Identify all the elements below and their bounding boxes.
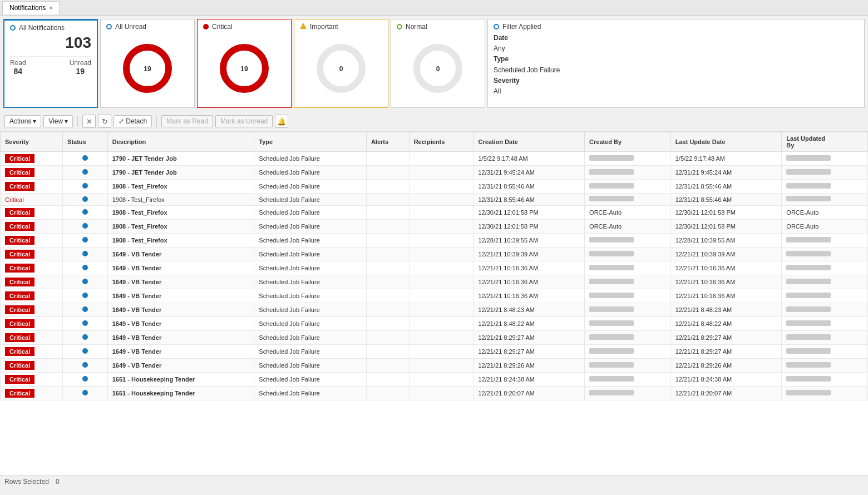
col-status[interactable]: Status — [63, 132, 108, 152]
table-row[interactable]: Critical1651 - Housekeeping TenderSchedu… — [1, 373, 868, 387]
cell-recipients — [409, 345, 474, 359]
cell-status — [63, 220, 108, 234]
table-row[interactable]: Critical1649 - VB TenderScheduled Job Fa… — [1, 331, 868, 345]
card-all-unread[interactable]: All Unread 19 — [100, 19, 195, 108]
card-all-notifications[interactable]: All Notifications 103 Read 84 Unread 19 — [3, 19, 98, 108]
cell-type: Scheduled Job Failure — [254, 345, 367, 359]
table-header-row: Severity Status Description Type Alerts … — [1, 132, 868, 152]
cell-creation-date: 1/5/22 9:17:48 AM — [474, 152, 585, 166]
table-row[interactable]: Critical1649 - VB TenderScheduled Job Fa… — [1, 289, 868, 303]
cell-creation-date: 12/30/21 12:01:58 PM — [474, 220, 585, 234]
col-alerts[interactable]: Alerts — [366, 132, 409, 152]
cell-status — [63, 180, 108, 194]
cell-status — [63, 206, 108, 220]
cell-created-by: ████████ — [585, 248, 671, 261]
close-icon[interactable]: ✕ — [82, 115, 96, 128]
cell-recipients — [409, 234, 474, 248]
cell-status — [63, 152, 108, 166]
cell-created-by: ████████ — [585, 194, 671, 206]
cell-created-by: ████████ — [585, 331, 671, 345]
filter-severity-value: All — [494, 87, 501, 95]
refresh-icon[interactable]: ↻ — [98, 115, 111, 128]
cell-creation-date: 12/21/21 8:48:22 AM — [474, 317, 585, 331]
cell-recipients — [409, 194, 474, 206]
table-row[interactable]: Critical1908 - Test_FirefoxScheduled Job… — [1, 194, 868, 206]
cell-type: Scheduled Job Failure — [254, 152, 367, 166]
cell-description: 1651 - Housekeeping Tender — [107, 387, 254, 400]
filter-severity-label: Severity — [494, 77, 520, 85]
cell-severity: Critical — [1, 166, 63, 180]
detach-button[interactable]: ⤢ Detach — [114, 115, 152, 127]
table-row[interactable]: Critical1649 - VB TenderScheduled Job Fa… — [1, 261, 868, 275]
table-row[interactable]: Critical1649 - VB TenderScheduled Job Fa… — [1, 345, 868, 359]
table-row[interactable]: Critical1908 - Test_FirefoxScheduled Job… — [1, 206, 868, 220]
col-creation-date[interactable]: Creation Date — [474, 132, 585, 152]
table-row[interactable]: Critical1649 - VB TenderScheduled Job Fa… — [1, 275, 868, 289]
view-button[interactable]: View ▾ — [43, 115, 73, 127]
cell-severity: Critical — [1, 373, 63, 387]
cell-creation-date: 12/30/21 12:01:58 PM — [474, 206, 585, 220]
cell-last-update-date: 12/21/21 10:16:36 AM — [670, 275, 782, 289]
col-recipients[interactable]: Recipients — [409, 132, 474, 152]
col-created-by[interactable]: Created By — [585, 132, 671, 152]
cell-created-by: ████████ — [585, 303, 671, 317]
table-row[interactable]: Critical1649 - VB TenderScheduled Job Fa… — [1, 359, 868, 373]
col-last-update-date[interactable]: Last Update Date — [670, 132, 782, 152]
cell-last-update-date: 12/21/21 8:48:22 AM — [670, 317, 782, 331]
cell-last-update-date: 12/28/21 10:39:55 AM — [670, 234, 782, 248]
cell-description: 1908 - Test_Firefox — [107, 206, 254, 220]
normal-title: Normal — [406, 23, 427, 31]
table-row[interactable]: Critical1790 - JET Tender JobScheduled J… — [1, 152, 868, 166]
unread-dot — [82, 293, 88, 298]
table-row[interactable]: Critical1908 - Test_FirefoxScheduled Job… — [1, 180, 868, 194]
cell-severity: Critical — [1, 317, 63, 331]
card-normal[interactable]: Normal 0 — [391, 19, 485, 108]
mark-read-button[interactable]: Mark as Read — [161, 115, 213, 127]
cell-type: Scheduled Job Failure — [254, 220, 367, 234]
cell-last-updated-by: ORCE-Auto — [782, 206, 868, 220]
cell-status — [63, 317, 108, 331]
cell-last-update-date: 12/21/21 8:29:26 AM — [670, 359, 782, 373]
cell-last-update-date: 12/21/21 10:39:39 AM — [670, 248, 782, 261]
cell-last-update-date: 12/21/21 8:29:27 AM — [670, 331, 782, 345]
mark-read-label: Mark as Read — [166, 117, 208, 125]
unread-dot — [82, 279, 88, 284]
cell-type: Scheduled Job Failure — [254, 317, 367, 331]
toolbar-separator-1 — [77, 116, 78, 127]
all-notifications-title: All Notifications — [19, 24, 65, 32]
cell-last-updated-by: ████████ — [782, 359, 868, 373]
table-row[interactable]: Critical1649 - VB TenderScheduled Job Fa… — [1, 303, 868, 317]
table-row[interactable]: Critical1649 - VB TenderScheduled Job Fa… — [1, 317, 868, 331]
cell-last-updated-by: ████████ — [782, 234, 868, 248]
actions-button[interactable]: Actions ▾ — [4, 115, 41, 127]
all-notifications-count: 103 — [10, 34, 91, 52]
card-filter-applied[interactable]: Filter Applied Date Any Type Scheduled J… — [487, 19, 865, 108]
bell-icon[interactable]: 🔔 — [275, 115, 288, 128]
cell-type: Scheduled Job Failure — [254, 303, 367, 317]
col-type[interactable]: Type — [254, 132, 367, 152]
table-row[interactable]: Critical1908 - Test_FirefoxScheduled Job… — [1, 220, 868, 234]
table-row[interactable]: Critical1908 - Test_FirefoxScheduled Job… — [1, 234, 868, 248]
table-row[interactable]: Critical1651 - Housekeeping TenderSchedu… — [1, 387, 868, 400]
card-important[interactable]: Important 0 — [294, 19, 388, 108]
notifications-tab[interactable]: Notifications × — [2, 1, 60, 14]
table-row[interactable]: Critical1649 - VB TenderScheduled Job Fa… — [1, 248, 868, 261]
close-tab-icon[interactable]: × — [49, 5, 52, 11]
cell-description: 1790 - JET Tender Job — [107, 166, 254, 180]
col-last-updated-by[interactable]: Last UpdatedBy — [782, 132, 868, 152]
cell-severity: Critical — [1, 220, 63, 234]
cell-creation-date: 12/21/21 10:39:39 AM — [474, 248, 585, 261]
mark-unread-button[interactable]: Mark as Unread — [215, 115, 273, 127]
cell-alerts — [366, 331, 409, 345]
col-severity[interactable]: Severity — [1, 132, 63, 152]
col-description[interactable]: Description — [107, 132, 254, 152]
cell-alerts — [366, 345, 409, 359]
cell-recipients — [409, 387, 474, 400]
cell-last-updated-by: ████████ — [782, 345, 868, 359]
toolbar: Actions ▾ View ▾ ✕ ↻ ⤢ Detach Mark as Re… — [0, 111, 868, 132]
card-critical[interactable]: Critical 19 — [197, 19, 292, 108]
table-row[interactable]: Critical1790 - JET Tender JobScheduled J… — [1, 166, 868, 180]
svg-text:19: 19 — [144, 65, 151, 73]
unread-dot — [82, 306, 88, 312]
cell-created-by: ████████ — [585, 261, 671, 275]
